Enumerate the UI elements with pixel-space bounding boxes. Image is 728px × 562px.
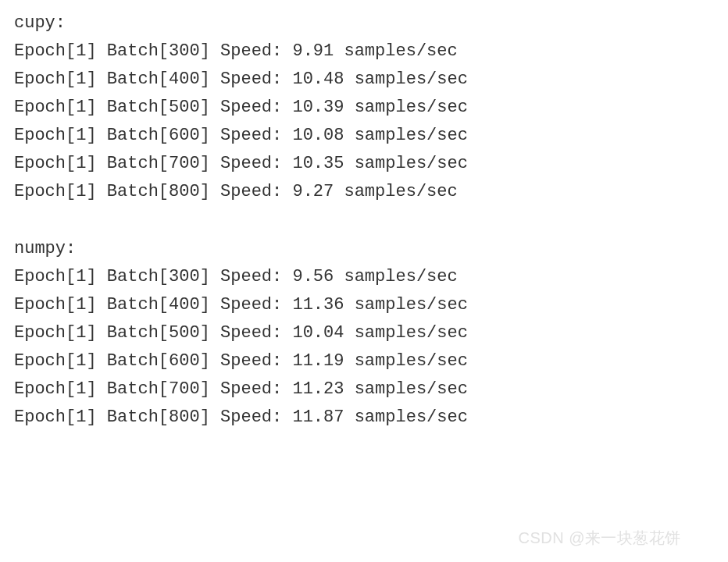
cupy-block: cupy: Epoch[1] Batch[300] Speed: 9.91 sa… xyxy=(14,9,714,207)
numpy-block: numpy: Epoch[1] Batch[300] Speed: 9.56 s… xyxy=(14,235,714,432)
log-line: Epoch[1] Batch[300] Speed: 9.56 samples/… xyxy=(14,263,714,291)
watermark: CSDN @来一块葱花饼 xyxy=(518,525,681,551)
cupy-header: cupy: xyxy=(14,9,714,37)
log-line: Epoch[1] Batch[700] Speed: 11.23 samples… xyxy=(14,375,714,404)
spacer xyxy=(14,207,714,235)
log-line: Epoch[1] Batch[400] Speed: 10.48 samples… xyxy=(14,66,714,94)
log-line: Epoch[1] Batch[800] Speed: 11.87 samples… xyxy=(14,404,714,432)
log-line: Epoch[1] Batch[700] Speed: 10.35 samples… xyxy=(14,150,714,178)
log-line: Epoch[1] Batch[600] Speed: 10.08 samples… xyxy=(14,122,714,150)
log-line: Epoch[1] Batch[300] Speed: 9.91 samples/… xyxy=(14,37,714,66)
log-line: Epoch[1] Batch[600] Speed: 11.19 samples… xyxy=(14,347,714,375)
log-line: Epoch[1] Batch[500] Speed: 10.39 samples… xyxy=(14,94,714,122)
numpy-header: numpy: xyxy=(14,235,714,263)
log-line: Epoch[1] Batch[800] Speed: 9.27 samples/… xyxy=(14,178,714,206)
log-line: Epoch[1] Batch[400] Speed: 11.36 samples… xyxy=(14,291,714,319)
log-line: Epoch[1] Batch[500] Speed: 10.04 samples… xyxy=(14,319,714,347)
